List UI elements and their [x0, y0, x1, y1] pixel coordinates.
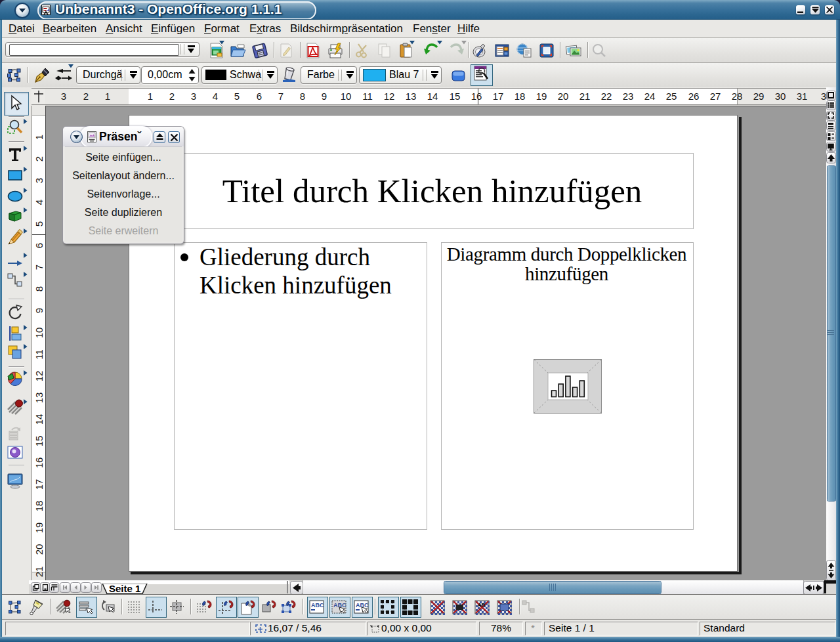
svg-text:ABC: ABC [311, 602, 324, 609]
svg-text:AB: AB [478, 602, 486, 608]
